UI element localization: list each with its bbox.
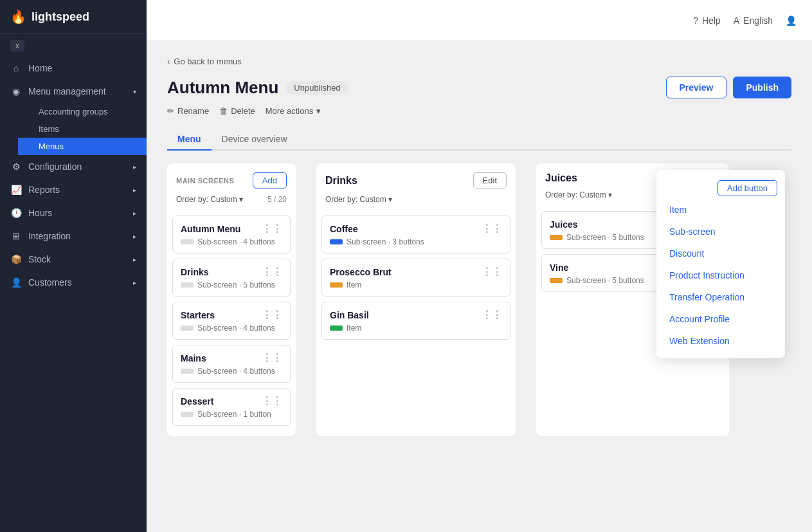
sidebar-item-configuration-label: Configuration xyxy=(28,161,82,172)
delete-label: Delete xyxy=(231,106,255,116)
add-button-dropdown: Add button Item Sub-screen Discount Prod… xyxy=(656,170,785,358)
drinks-order-by[interactable]: Order by: Custom ▾ xyxy=(325,195,392,204)
juices-order-by[interactable]: Order by: Custom ▾ xyxy=(545,190,612,199)
list-item[interactable]: Prosecco Brut ⋮⋮ Item xyxy=(321,259,510,297)
sidebar-item-customers-label: Customers xyxy=(28,277,72,288)
list-item[interactable]: Coffee ⋮⋮ Sub-screen · 3 buttons xyxy=(321,216,510,253)
reports-icon: 📈 xyxy=(10,185,22,195)
sidebar-item-configuration[interactable]: ⚙ Configuration ▸ xyxy=(0,155,147,178)
drag-icon: ⋮⋮ xyxy=(482,309,502,321)
main-screens-panel: MAIN SCREENS Add Order by: Custom ▾ 5 / … xyxy=(167,163,296,436)
order-chevron: ▾ xyxy=(239,195,243,204)
sidebar-item-menus[interactable]: Menus xyxy=(18,138,147,155)
more-actions-button[interactable]: More actions ▾ xyxy=(266,106,321,116)
language-selector[interactable]: A English xyxy=(734,15,773,26)
color-indicator xyxy=(181,239,194,244)
user-icon: 👤 xyxy=(786,15,797,26)
main-content: ? Help A English 👤 ‹ Go back to menus Au… xyxy=(147,0,812,532)
sidebar-nav: ⌂ Home ◉ Menu management ▾ Accounting gr… xyxy=(0,57,147,532)
color-indicator xyxy=(181,412,194,417)
sidebar-item-items[interactable]: Items xyxy=(28,120,147,138)
page-actions: Preview Publish xyxy=(666,77,792,98)
help-icon: ? xyxy=(693,15,698,26)
chevron-right-icon-2: ▸ xyxy=(133,187,136,194)
tab-menu[interactable]: Menu xyxy=(167,129,212,151)
main-screens-order: Order by: Custom ▾ 5 / 20 xyxy=(167,195,296,210)
sidebar-item-stock[interactable]: 📦 Stock ▸ xyxy=(0,248,147,271)
dropdown-item-web-extension[interactable]: Web Extension xyxy=(656,330,785,352)
color-indicator xyxy=(181,369,194,374)
dropdown-item-account-profile[interactable]: Account Profile xyxy=(656,308,785,330)
hours-icon: 🕐 xyxy=(10,208,22,218)
sidebar-item-integration[interactable]: ⊞ Integration ▸ xyxy=(0,225,147,248)
publish-button[interactable]: Publish xyxy=(733,77,791,98)
sidebar-close-button[interactable]: x xyxy=(10,40,24,51)
breadcrumb[interactable]: ‹ Go back to menus xyxy=(167,57,791,66)
sidebar-item-accounting-groups[interactable]: Accounting groups xyxy=(28,103,147,120)
sidebar-close-area: x xyxy=(0,34,147,57)
add-button-btn[interactable]: Add button xyxy=(717,180,777,196)
list-item[interactable]: Dessert ⋮⋮ Sub-screen · 1 button xyxy=(172,388,291,426)
drinks-header: Drinks Edit xyxy=(316,163,516,195)
chevron-down-icon: ▾ xyxy=(133,88,136,95)
rename-label: Rename xyxy=(177,106,209,116)
drinks-edit-button[interactable]: Edit xyxy=(473,172,507,188)
rename-button[interactable]: ✏ Rename xyxy=(167,106,209,116)
dropdown-item-sub-screen[interactable]: Sub-screen xyxy=(656,221,785,243)
integration-icon: ⊞ xyxy=(10,231,22,241)
sidebar-item-hours[interactable]: 🕐 Hours ▸ xyxy=(0,201,147,225)
color-indicator xyxy=(330,326,343,331)
sidebar-item-stock-label: Stock xyxy=(28,254,51,264)
dropdown-header: Add button xyxy=(656,176,785,199)
drinks-title: Drinks xyxy=(325,175,357,187)
more-actions-label: More actions xyxy=(266,106,313,116)
page-content: ‹ Go back to menus Autumn Menu Unpublish… xyxy=(147,41,812,532)
language-label: English xyxy=(743,15,773,26)
sidebar-item-menu-management-label: Menu management xyxy=(28,86,106,96)
logo-icon: 🔥 xyxy=(10,9,26,24)
user-menu[interactable]: 👤 xyxy=(786,15,797,26)
juices-title: Juices xyxy=(545,172,577,184)
menu-management-icon: ◉ xyxy=(10,86,22,96)
sidebar-item-customers[interactable]: 👤 Customers ▸ xyxy=(0,271,147,294)
sub-actions: ✏ Rename 🗑 Delete More actions ▾ xyxy=(167,106,791,116)
delete-icon: 🗑 xyxy=(219,106,228,116)
sidebar-section-menu-management: ◉ Menu management ▾ Accounting groups It… xyxy=(0,80,147,155)
drinks-list: Coffee ⋮⋮ Sub-screen · 3 buttons Prosecc… xyxy=(316,210,516,350)
list-item[interactable]: Gin Basil ⋮⋮ Item xyxy=(321,302,510,340)
list-item[interactable]: Starters ⋮⋮ Sub-screen · 4 buttons xyxy=(172,302,291,340)
tab-device-overview[interactable]: Device overview xyxy=(212,129,298,151)
dropdown-item-transfer-operation[interactable]: Transfer Operation xyxy=(656,286,785,308)
sidebar-item-home[interactable]: ⌂ Home xyxy=(0,57,147,80)
sidebar-item-reports-label: Reports xyxy=(28,185,60,195)
page-title-row: Autumn Menu Unpublished xyxy=(167,78,348,98)
rename-icon: ✏ xyxy=(167,106,174,116)
chevron-right-icon-6: ▸ xyxy=(133,279,136,286)
drag-icon: ⋮⋮ xyxy=(262,395,282,407)
main-screens-add-button[interactable]: Add xyxy=(253,172,287,188)
main-screens-title: MAIN SCREENS xyxy=(176,177,234,185)
main-screens-order-by[interactable]: Order by: Custom ▾ xyxy=(176,195,243,204)
order-chevron-juices: ▾ xyxy=(608,190,612,199)
dropdown-item-discount[interactable]: Discount xyxy=(656,243,785,264)
drinks-order: Order by: Custom ▾ xyxy=(316,195,516,210)
chevron-right-icon: ▸ xyxy=(133,163,136,170)
sidebar-item-reports[interactable]: 📈 Reports ▸ xyxy=(0,178,147,201)
main-screens-list: Autumn Menu ⋮⋮ Sub-screen · 4 buttons Dr… xyxy=(167,210,296,436)
home-icon: ⌂ xyxy=(10,63,22,73)
delete-button[interactable]: 🗑 Delete xyxy=(219,106,255,116)
dropdown-item-item[interactable]: Item xyxy=(656,199,785,221)
language-icon: A xyxy=(734,15,739,26)
dropdown-item-product-instruction[interactable]: Product Instruction xyxy=(656,264,785,286)
preview-button[interactable]: Preview xyxy=(666,77,727,98)
color-indicator xyxy=(550,235,563,240)
list-item[interactable]: Mains ⋮⋮ Sub-screen · 4 buttons xyxy=(172,345,291,383)
list-item[interactable]: Autumn Menu ⋮⋮ Sub-screen · 4 buttons xyxy=(172,216,291,253)
drag-icon: ⋮⋮ xyxy=(262,309,282,321)
more-actions-chevron: ▾ xyxy=(316,106,321,116)
sidebar-item-menu-management[interactable]: ◉ Menu management ▾ xyxy=(0,80,147,103)
help-link[interactable]: ? Help xyxy=(693,15,721,26)
list-item[interactable]: Drinks ⋮⋮ Sub-screen · 5 buttons xyxy=(172,259,291,297)
panels-container: MAIN SCREENS Add Order by: Custom ▾ 5 / … xyxy=(167,163,791,436)
breadcrumb-text: Go back to menus xyxy=(174,57,242,66)
